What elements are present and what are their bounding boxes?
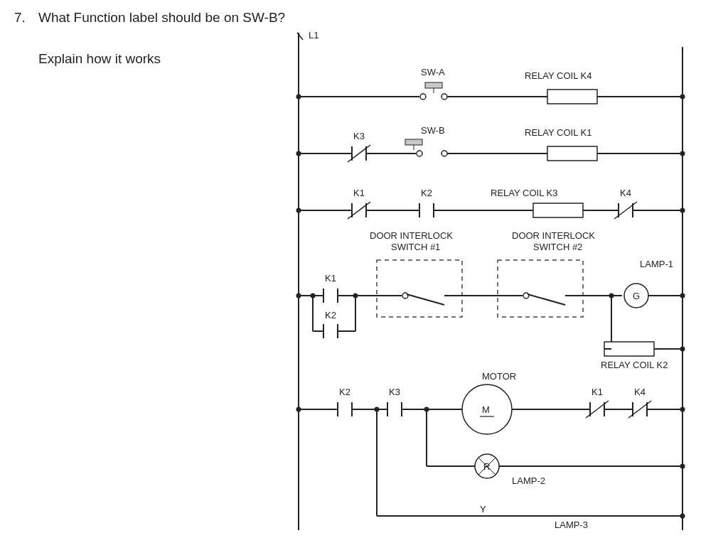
svg-point-5 (441, 94, 447, 99)
svg-point-97 (680, 407, 685, 412)
label-L1: L1 (309, 30, 318, 41)
label-M: M (482, 404, 490, 415)
question-number: 7. (14, 10, 38, 26)
label-k1-r5: K1 (592, 387, 603, 397)
svg-point-72 (296, 294, 301, 298)
label-relay-k3: RELAY COIL K3 (491, 188, 557, 198)
lamp-g: G (633, 291, 640, 301)
svg-line-63 (528, 294, 565, 305)
rung-1: SW-A RELAY COIL K4 (296, 67, 685, 104)
label-k3-r2: K3 (353, 131, 365, 141)
svg-point-42 (680, 208, 685, 213)
ladder-diagram: L1 SW-A RELAY COIL K4 K3 SW-B (284, 26, 697, 537)
label-k1-r3: K1 (353, 188, 365, 198)
svg-point-12 (680, 95, 685, 99)
rung-3: K1 K2 RELAY COIL K3 K4 (296, 188, 685, 219)
question-text: What Function label should be on SW-B? (38, 10, 285, 26)
svg-point-104 (680, 464, 685, 469)
svg-point-25 (296, 151, 301, 156)
label-lamp1: LAMP-1 (640, 259, 673, 269)
svg-point-73 (680, 294, 685, 298)
label-k3-r5: K3 (389, 387, 400, 397)
svg-rect-9 (547, 90, 597, 104)
label-k2-r3: K2 (421, 188, 432, 198)
svg-rect-60 (498, 260, 583, 317)
label-k4-r5: K4 (634, 387, 646, 397)
label-k1-r4: K1 (325, 273, 336, 284)
label-k4-r3: K4 (620, 188, 631, 198)
svg-rect-35 (533, 203, 583, 217)
label-lamp2: LAMP-2 (512, 475, 545, 486)
svg-rect-20 (405, 139, 422, 145)
svg-point-4 (420, 94, 426, 99)
svg-line-58 (407, 294, 444, 305)
label-relay-k1: RELAY COIL K1 (525, 127, 592, 138)
label-relay-k4: RELAY COIL K4 (525, 70, 592, 81)
label-door1b: SWITCH #1 (391, 242, 440, 252)
svg-point-19 (441, 151, 447, 156)
label-SW-A: SW-A (421, 67, 445, 77)
label-motor: MOTOR (482, 371, 516, 382)
rung-7: Y LAMP-3 (377, 409, 685, 530)
label-door2a: DOOR INTERLOCK (512, 230, 595, 241)
svg-point-18 (417, 151, 422, 156)
rung-4: DOOR INTERLOCK SWITCH #1 DOOR INTERLOCK … (296, 230, 685, 370)
svg-point-107 (680, 514, 685, 519)
svg-rect-6 (425, 82, 442, 88)
label-door1a: DOOR INTERLOCK (370, 230, 453, 241)
svg-rect-55 (377, 260, 462, 317)
svg-point-41 (296, 208, 301, 213)
svg-point-26 (680, 151, 685, 156)
lamp-r: R (483, 461, 490, 472)
label-relay-k2: RELAY COIL K2 (601, 360, 668, 370)
label-SW-B: SW-B (421, 125, 445, 136)
svg-rect-23 (547, 146, 597, 161)
label-k2-r5: K2 (339, 387, 350, 397)
svg-point-74 (680, 347, 685, 352)
label-door2b: SWITCH #2 (533, 242, 582, 252)
label-lamp3: LAMP-3 (555, 519, 588, 530)
svg-rect-69 (604, 342, 654, 356)
label-k2-r4: K2 (325, 310, 336, 321)
rung-5: K2 K3 M MOTOR K1 K4 (296, 371, 685, 434)
svg-point-96 (296, 407, 301, 412)
svg-point-54 (311, 294, 316, 298)
svg-point-11 (296, 95, 301, 99)
lamp-y: Y (480, 504, 486, 515)
rung-2: K3 SW-B RELAY COIL K1 (296, 125, 685, 162)
